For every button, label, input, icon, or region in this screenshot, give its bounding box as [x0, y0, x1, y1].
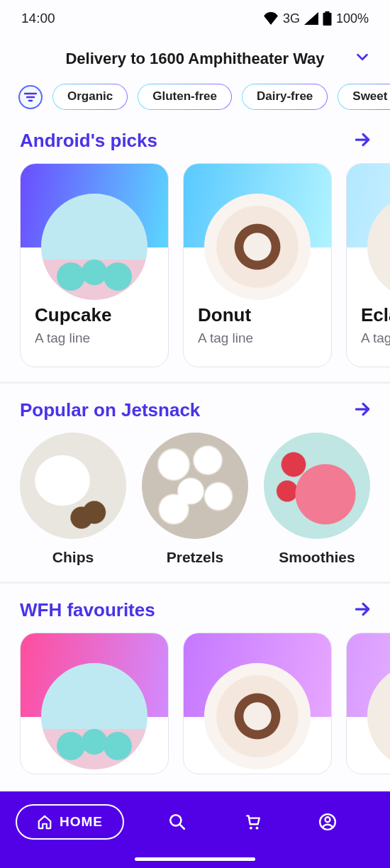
status-battery: 100% [336, 11, 369, 26]
chips-image [20, 433, 126, 539]
battery-icon [323, 11, 332, 26]
status-right: 3G 100% [263, 11, 369, 26]
popular-item-chips[interactable]: Chips [20, 433, 126, 566]
card-title: Cupcake [35, 304, 154, 326]
section-title: Popular on Jetsnack [20, 399, 200, 421]
filter-button[interactable] [18, 85, 43, 109]
popular-label: Smoothies [264, 549, 370, 566]
filter-icon [24, 92, 37, 102]
chip-sweet[interactable]: Sweet [338, 84, 390, 110]
popular-item-smoothies[interactable]: Smoothies [264, 433, 370, 566]
wfh-row [0, 633, 390, 789]
svg-point-1 [250, 827, 252, 830]
delivery-label: Delivery to 1600 Amphitheater Way [65, 50, 324, 68]
chip-dairy-free[interactable]: Dairy-free [242, 84, 328, 110]
popular-label: Chips [20, 549, 126, 566]
section-header-popular: Popular on Jetsnack [0, 384, 390, 433]
card-tag: A tag line [361, 330, 390, 346]
svg-point-4 [325, 817, 330, 822]
card-title: Donut [198, 304, 317, 326]
section-header-picks: Android's picks [0, 124, 390, 163]
status-network: 3G [283, 11, 300, 26]
section-title: Android's picks [20, 130, 157, 152]
smoothies-image [264, 433, 370, 539]
donut-image [204, 194, 311, 300]
card-donut[interactable]: Donut A tag line [183, 163, 332, 367]
profile-icon [318, 813, 337, 831]
delivery-selector[interactable]: Delivery to 1600 Amphitheater Way [0, 37, 390, 84]
home-icon [37, 814, 52, 830]
signal-icon [304, 12, 318, 25]
arrow-right-icon[interactable] [353, 400, 372, 421]
chip-organic[interactable]: Organic [52, 84, 128, 110]
card-wfh-1[interactable] [20, 633, 169, 774]
section-title: WFH favourites [20, 599, 155, 621]
cupcake-image [41, 663, 147, 769]
nav-cart[interactable] [235, 804, 270, 831]
arrow-right-icon[interactable] [353, 130, 372, 152]
svg-point-2 [256, 827, 259, 830]
status-time: 14:00 [21, 11, 55, 26]
card-tag: A tag line [35, 330, 154, 346]
svg-point-0 [170, 815, 181, 825]
bottom-nav: HOME [0, 791, 390, 868]
nav-search[interactable] [160, 804, 195, 831]
card-cupcake[interactable]: Cupcake A tag line [20, 163, 169, 367]
status-bar: 14:00 3G 100% [0, 0, 390, 37]
card-wfh-2[interactable] [183, 633, 332, 774]
popular-label: Pretzels [142, 549, 248, 566]
popular-item-pretzels[interactable]: Pretzels [142, 433, 248, 566]
pretzels-image [142, 433, 248, 539]
arrow-right-icon[interactable] [353, 600, 372, 621]
nav-home-label: HOME [60, 814, 103, 830]
popular-row: Chips Pretzels Smoothies [0, 433, 390, 582]
cupcake-image [41, 194, 147, 300]
chip-gluten-free[interactable]: Gluten-free [138, 84, 232, 110]
section-header-wfh: WFH favourites [0, 584, 390, 633]
donut-image [204, 663, 311, 769]
search-icon [168, 813, 186, 831]
chevron-down-icon [355, 49, 370, 69]
filter-row: Organic Gluten-free Dairy-free Sweet [0, 84, 390, 124]
card-tag: A tag line [198, 330, 317, 346]
card-wfh-3[interactable] [346, 633, 390, 774]
cart-icon [243, 813, 262, 831]
home-indicator [135, 857, 255, 861]
card-title: Eclair [361, 304, 390, 326]
nav-home[interactable]: HOME [16, 804, 124, 840]
nav-profile[interactable] [310, 804, 345, 831]
card-eclair[interactable]: Eclair A tag line [346, 163, 390, 367]
wifi-icon [263, 12, 279, 25]
picks-row: Cupcake A tag line Donut A tag line Ecla… [0, 163, 390, 382]
